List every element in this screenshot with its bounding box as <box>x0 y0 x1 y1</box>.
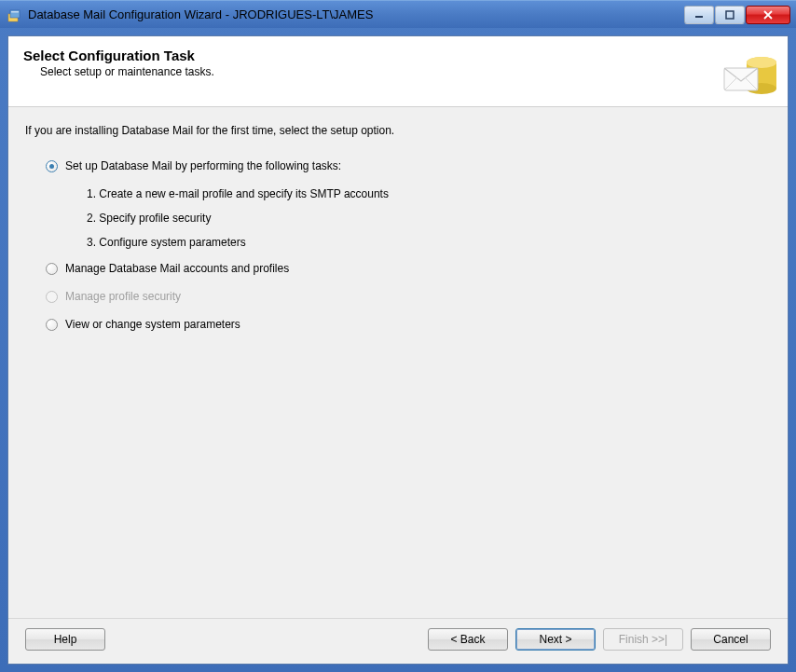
svg-rect-3 <box>695 16 703 18</box>
titlebar[interactable]: Database Mail Configuration Wizard - JRO… <box>0 0 796 28</box>
intro-text: If you are installing Database Mail for … <box>25 124 771 137</box>
wizard-footer: Help < Back Next > Finish >>| Cancel <box>8 618 788 664</box>
radio-icon <box>46 291 58 303</box>
help-button[interactable]: Help <box>25 628 105 651</box>
radio-icon[interactable] <box>46 160 58 172</box>
option-label: Manage profile security <box>65 290 181 303</box>
app-icon <box>7 7 22 22</box>
minimize-button[interactable] <box>684 6 714 24</box>
titlebar-text: Database Mail Configuration Wizard - JRO… <box>28 7 684 21</box>
option-manage-security: Manage profile security <box>46 290 771 303</box>
option-label: View or change system parameters <box>65 318 240 331</box>
wizard-header: Select Configuration Task Select setup o… <box>8 36 788 107</box>
option-label: Manage Database Mail accounts and profil… <box>65 262 289 275</box>
svg-rect-2 <box>11 11 19 13</box>
options-group: Set up Database Mail by performing the f… <box>25 159 771 331</box>
cancel-button[interactable]: Cancel <box>691 628 771 651</box>
footer-left: Help <box>25 628 428 651</box>
option-label: Set up Database Mail by performing the f… <box>65 159 341 172</box>
wizard-body: If you are installing Database Mail for … <box>8 107 788 618</box>
svg-point-8 <box>747 57 776 68</box>
window-controls <box>684 6 790 24</box>
window-content: Select Configuration Task Select setup o… <box>7 35 789 665</box>
subtask-1: 1. Create a new e-mail profile and speci… <box>87 187 771 200</box>
footer-right: < Back Next > Finish >>| Cancel <box>428 628 771 651</box>
close-button[interactable] <box>746 6 790 24</box>
finish-button: Finish >>| <box>603 628 683 651</box>
page-title: Select Configuration Task <box>23 48 773 63</box>
window-content-wrapper: Select Configuration Task Select setup o… <box>0 28 796 672</box>
next-button[interactable]: Next > <box>515 628 596 651</box>
subtask-3: 3. Configure system parameters <box>87 236 771 249</box>
option-manage-accounts[interactable]: Manage Database Mail accounts and profil… <box>46 262 771 275</box>
page-subtitle: Select setup or maintenance tasks. <box>40 65 773 78</box>
option-view-params[interactable]: View or change system parameters <box>46 318 771 331</box>
back-button[interactable]: < Back <box>428 628 508 651</box>
radio-icon[interactable] <box>46 263 58 275</box>
subtask-2: 2. Specify profile security <box>87 212 771 225</box>
maximize-button[interactable] <box>715 6 745 24</box>
setup-subtasks: 1. Create a new e-mail profile and speci… <box>46 187 771 249</box>
wizard-window: Database Mail Configuration Wizard - JRO… <box>0 0 796 672</box>
radio-icon[interactable] <box>46 319 58 331</box>
svg-rect-4 <box>726 11 734 19</box>
option-setup[interactable]: Set up Database Mail by performing the f… <box>46 159 771 172</box>
database-mail-icon <box>719 42 778 102</box>
header-text: Select Configuration Task Select setup o… <box>23 48 773 78</box>
